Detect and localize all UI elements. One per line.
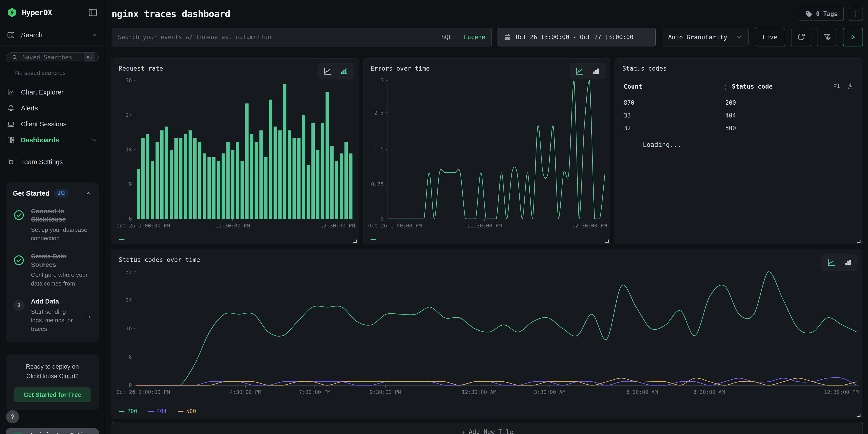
panel-resize-handle[interactable] [353, 240, 357, 243]
cell-status-code: 500 [725, 125, 736, 132]
line-chart-toggle-icon[interactable] [575, 67, 584, 76]
svg-text:27: 27 [125, 112, 132, 118]
column-header-count[interactable]: Count [624, 83, 725, 90]
gear-icon [7, 158, 15, 166]
legend-swatch [119, 239, 125, 240]
saved-searches-placeholder: Saved Searches [22, 54, 72, 61]
request-rate-chart[interactable]: 09182736Oct 26 1:00:00 PM11:30:00 PM12:3… [116, 77, 355, 230]
deploy-text: Ready to deploy on ClickHouse Cloud? [14, 362, 91, 381]
clickhouse-cloud-card: Ready to deploy on ClickHouse Cloud? Get… [6, 354, 99, 410]
chart-line-icon [7, 88, 15, 96]
lucene-toggle[interactable]: Lucene [464, 34, 485, 40]
get-started-free-button[interactable]: Get Started for Free [14, 387, 91, 402]
line-chart-toggle-icon[interactable] [323, 67, 332, 76]
legend-swatch [178, 411, 184, 412]
svg-text:7:00:00 PM: 7:00:00 PM [299, 389, 331, 395]
svg-text:9:30:00 PM: 9:30:00 PM [370, 389, 401, 395]
chart-type-toggle [318, 63, 354, 80]
get-started-step-connect[interactable]: Connect to ClickHouse Set up your databa… [13, 207, 92, 243]
step-title: Add Data [31, 298, 78, 306]
panel-resize-handle[interactable] [605, 240, 609, 243]
legend-item-500[interactable]: 500 [178, 408, 196, 414]
calendar-icon [503, 33, 511, 41]
errors-over-time-chart[interactable]: 00.751.52.33Oct 26 1:00:00 PM11:30:00 PM… [368, 77, 607, 230]
step-title: Connect to ClickHouse [31, 207, 92, 224]
panel-resize-handle[interactable] [857, 240, 861, 243]
refresh-button[interactable] [791, 28, 811, 46]
saved-searches-input[interactable]: Saved Searches ⌘K [6, 52, 99, 62]
chart-legend: 200 404 500 [119, 408, 196, 414]
svg-text:3:30:00 AM: 3:30:00 AM [534, 389, 565, 395]
panel-title: Errors over time [370, 65, 430, 72]
bell-icon [7, 104, 15, 112]
line-chart-toggle-icon[interactable] [827, 258, 836, 267]
chevron-up-icon[interactable] [85, 190, 92, 197]
sidebar-collapse-button[interactable] [88, 7, 98, 18]
arrow-right-icon: → [83, 311, 92, 320]
app-root: HyperDX Search Saved Searches ⌘K No save… [0, 0, 868, 434]
run-query-button[interactable] [843, 28, 863, 46]
live-button[interactable]: Live [754, 28, 785, 46]
svg-text:2.3: 2.3 [374, 110, 384, 116]
sidebar-item-alerts[interactable]: Alerts [0, 100, 105, 116]
svg-text:3: 3 [380, 78, 384, 83]
sort-icon[interactable] [833, 83, 840, 90]
table-row[interactable]: 33 404 [616, 109, 863, 122]
svg-text:4:30:00 PM: 4:30:00 PM [230, 389, 261, 395]
cell-count: 33 [624, 112, 725, 119]
sql-toggle[interactable]: SQL [441, 34, 452, 40]
status-codes-over-time-chart[interactable]: 08162432Oct 26 1:00:00 PM4:30:00 PM7:00:… [116, 268, 859, 396]
event-search-input[interactable]: Search your events w/ Lucene ex. column:… [112, 28, 492, 46]
granularity-select[interactable]: Auto Granularity [662, 28, 749, 46]
loading-indicator: Loading... [643, 141, 681, 149]
bar-chart-toggle-icon[interactable] [340, 67, 349, 76]
dashboard-grid-icon [7, 136, 15, 144]
svg-text:32: 32 [125, 269, 132, 275]
legend-item-404[interactable]: 404 [148, 408, 166, 414]
sidebar-item-client-sessions[interactable]: Client Sessions [0, 116, 105, 132]
sidebar-item-label: Team Settings [21, 158, 63, 166]
language-divider: | [456, 34, 460, 40]
sidebar-item-dashboards[interactable]: Dashboards [0, 132, 105, 148]
panel-resize-handle[interactable] [857, 414, 861, 417]
sidebar-item-team-settings[interactable]: Team Settings [0, 154, 105, 170]
legend-item-200[interactable]: 200 [119, 408, 137, 414]
page-title: nginx traces dashboard [112, 8, 230, 19]
svg-text:9: 9 [129, 181, 132, 187]
play-icon [849, 33, 857, 41]
panel-request-rate: Request rate 09182736Oct 26 1:00:00 PM11… [112, 58, 359, 245]
download-icon[interactable] [847, 83, 855, 90]
column-header-status-code[interactable]: Status code [732, 83, 773, 90]
bar-chart-toggle-icon[interactable] [843, 258, 852, 267]
sidebar-item-search[interactable]: Search [0, 27, 105, 45]
step-desc: Set up your database connection [31, 226, 92, 243]
get-started-step-sources[interactable]: Create Data Sources Configure where your… [13, 252, 92, 288]
svg-text:0: 0 [129, 216, 132, 222]
tags-button[interactable]: 0 Tags [799, 7, 844, 21]
chart-legend [119, 239, 125, 240]
check-circle-icon [13, 254, 25, 267]
user-info: dominic.tran@clic... dominic.tran@clickh… [29, 432, 84, 434]
column-divider[interactable] [725, 83, 726, 90]
panel-status-codes-over-time: Status codes over time 08162432Oct 26 1:… [112, 250, 863, 419]
add-new-tile-button[interactable]: + Add New Tile [112, 422, 863, 434]
svg-text:18: 18 [125, 147, 132, 153]
filter-edit-icon [823, 33, 831, 41]
date-range-picker[interactable]: Oct 26 13:00:00 - Oct 27 13:00:00 [498, 28, 656, 46]
chevron-down-icon [735, 33, 742, 41]
svg-text:12:30:00 PM: 12:30:00 PM [824, 389, 859, 395]
shortcut-badge: ⌘K [84, 53, 95, 62]
svg-text:16: 16 [125, 326, 132, 332]
filter-button[interactable] [817, 28, 837, 46]
cell-count: 32 [624, 125, 725, 132]
user-menu[interactable]: D dominic.tran@clic... dominic.tran@clic… [6, 428, 99, 434]
get-started-step-add-data[interactable]: 3 Add Data Start sending logs, metrics, … [13, 298, 92, 333]
help-button[interactable]: ? [6, 410, 19, 423]
table-row[interactable]: 32 500 [616, 122, 863, 134]
sidebar-bottom: ? D dominic.tran@clic... dominic.tran@cl… [0, 410, 105, 434]
dashboard-menu-button[interactable] [849, 7, 863, 21]
svg-text:1.5: 1.5 [374, 147, 384, 153]
table-row[interactable]: 870 200 [616, 96, 863, 109]
bar-chart-toggle-icon[interactable] [591, 67, 600, 76]
sidebar-item-chart-explorer[interactable]: Chart Explorer [0, 84, 105, 100]
